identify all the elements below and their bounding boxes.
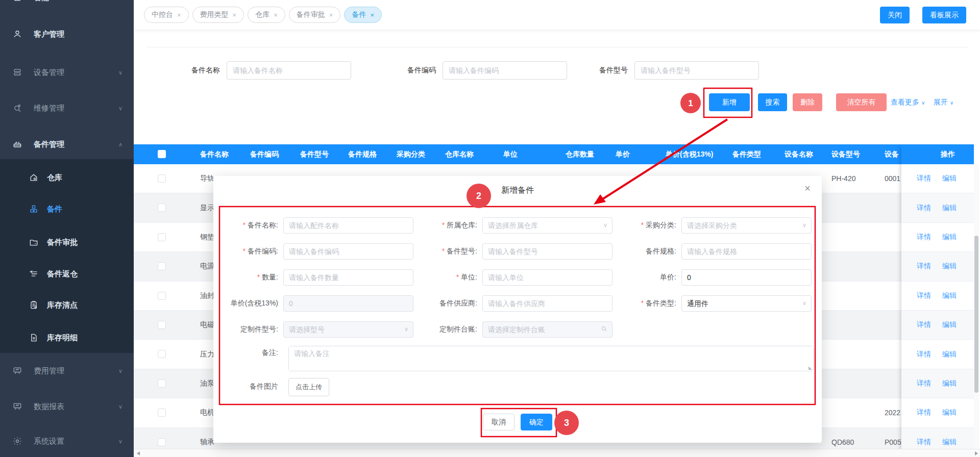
home-gear-icon [29,172,39,183]
detail-link[interactable]: 详情 [917,204,931,213]
expand-link[interactable]: 展开 ∨ [934,93,953,111]
edit-link[interactable]: 编辑 [942,204,957,213]
edit-link[interactable]: 编辑 [942,174,957,183]
close-icon[interactable]: × [329,11,333,19]
sidebar-item-system-settings[interactable]: 系统设置 ∨ [0,427,134,455]
purchase-category-select[interactable]: 请选择采购分类∨ [681,217,812,234]
scroll-left-arrow-icon[interactable] [137,451,140,455]
detail-link[interactable]: 详情 [917,379,931,388]
sidebar-item-smart-bi[interactable]: 智能BI [0,0,134,12]
search-button[interactable]: 搜索 [758,93,787,111]
detail-link[interactable]: 详情 [917,350,931,359]
row-checkbox[interactable] [158,292,166,300]
horizontal-scrollbar[interactable] [134,449,980,457]
vertical-scrollbar[interactable] [974,164,979,449]
supplier-field[interactable] [482,295,612,312]
cubes-icon [29,204,39,214]
vertical-scrollbar-thumb[interactable] [974,236,978,393]
part-model-input[interactable] [634,61,759,80]
chevron-down-icon: ∨ [118,69,122,76]
close-icon[interactable]: × [370,11,374,19]
cancel-button[interactable]: 取消 [483,414,514,430]
part-code-field[interactable] [283,243,413,260]
detail-link[interactable]: 详情 [917,320,931,329]
tab-spareparts[interactable]: 备件× [344,7,382,23]
row-checkbox[interactable] [158,262,166,270]
edit-link[interactable]: 编辑 [942,262,957,271]
annotation-step1-circle [680,93,701,113]
search-card-border [147,47,969,47]
unit-field[interactable] [482,269,612,286]
gear-icon [12,436,22,446]
row-checkbox[interactable] [158,438,166,446]
part-name-input[interactable] [227,61,351,80]
sidebar-item-customer-mgmt[interactable]: 客户管理 [0,20,134,48]
sidebar-item-spareparts-mgmt[interactable]: 备件管理 ∧ [0,130,134,159]
sidebar-item-spareparts[interactable]: 备件 [0,195,134,223]
row-checkbox[interactable] [158,174,166,183]
sidebar-item-spareparts-approval[interactable]: 备件审批 [0,228,134,257]
field-label-part-name: 备件名称: [219,221,283,230]
unit-price-field[interactable] [681,269,812,286]
detail-link[interactable]: 详情 [917,233,931,242]
clear-all-button[interactable]: 清空所有 [836,93,887,111]
add-button[interactable]: 新增 [709,93,750,111]
scroll-right-arrow-icon[interactable] [975,451,978,455]
part-code-input[interactable] [443,61,567,80]
close-page-button[interactable]: 关闭 [880,7,910,23]
warehouse-select[interactable]: 请选择所属仓库∨ [482,217,612,234]
quantity-field[interactable] [283,269,413,286]
part-type-select[interactable]: 通用件∨ [681,295,812,312]
edit-link[interactable]: 编辑 [942,438,957,447]
sidebar-item-repair-mgmt[interactable]: 维修管理 ∨ [0,94,134,122]
edit-link[interactable]: 编辑 [942,408,957,417]
delete-button[interactable]: 删除 [793,93,822,111]
detail-link[interactable]: 详情 [917,291,931,300]
tab-expense-type[interactable]: 费用类型× [192,7,244,23]
row-checkbox[interactable] [158,204,166,212]
note-textarea[interactable] [289,346,813,371]
upload-button[interactable]: 点击上传 [288,378,329,396]
sidebar-item-device-mgmt[interactable]: 设备管理 ∨ [0,58,134,87]
tab-spareparts-approval[interactable]: 备件审批× [289,7,341,23]
row-checkbox[interactable] [158,321,166,329]
part-name-field[interactable] [283,217,413,234]
row-checkbox[interactable] [158,350,166,358]
sidebar: 智能BI 客户管理 设备管理 ∨ 维修管理 ∨ 备件管理 ∧ 仓库 备件 备件审… [0,0,134,457]
row-checkbox[interactable] [158,233,166,241]
col-header-part-code: 备件编码 [250,144,279,164]
row-checkbox[interactable] [158,379,166,388]
tab-console[interactable]: 中控台× [144,7,189,23]
sidebar-item-expense-mgmt[interactable]: 费用管理 ∨ [0,357,134,385]
confirm-button[interactable]: 确定 [521,414,552,430]
detail-link[interactable]: 详情 [917,438,931,447]
col-header-device-model: 设备型号 [831,144,860,164]
sidebar-item-warehouse[interactable]: 仓库 [0,163,134,192]
edit-link[interactable]: 编辑 [942,379,957,388]
detail-link[interactable]: 详情 [917,262,931,271]
resize-handle-icon[interactable]: ◢ [808,365,812,370]
sidebar-item-spareparts-return[interactable]: 备件返仓 [0,260,134,288]
document-icon [29,333,39,343]
part-model-field[interactable] [482,243,612,260]
detail-link[interactable]: 详情 [917,174,931,183]
close-icon[interactable]: × [177,11,181,19]
select-all-checkbox[interactable] [158,150,166,158]
sidebar-item-inventory-check[interactable]: 库存清点 [0,291,134,319]
board-display-button[interactable]: 看板展示 [922,7,966,23]
row-checkbox[interactable] [158,409,166,417]
sidebar-item-data-report[interactable]: 数据报表 ∨ [0,392,134,421]
edit-link[interactable]: 编辑 [942,233,957,242]
presentation-chart-icon [12,366,22,376]
edit-link[interactable]: 编辑 [942,350,957,359]
close-icon[interactable]: × [274,11,278,19]
edit-link[interactable]: 编辑 [942,291,957,300]
edit-link[interactable]: 编辑 [942,320,957,329]
tab-warehouse[interactable]: 仓库× [248,7,285,23]
close-icon[interactable]: × [233,11,237,19]
part-spec-field[interactable] [681,243,812,260]
sidebar-item-inventory-detail[interactable]: 库存明细 [0,323,134,352]
detail-link[interactable]: 详情 [917,408,931,417]
view-more-link[interactable]: 查看更多 ∨ [891,93,925,111]
modal-close-icon[interactable]: × [804,183,811,193]
